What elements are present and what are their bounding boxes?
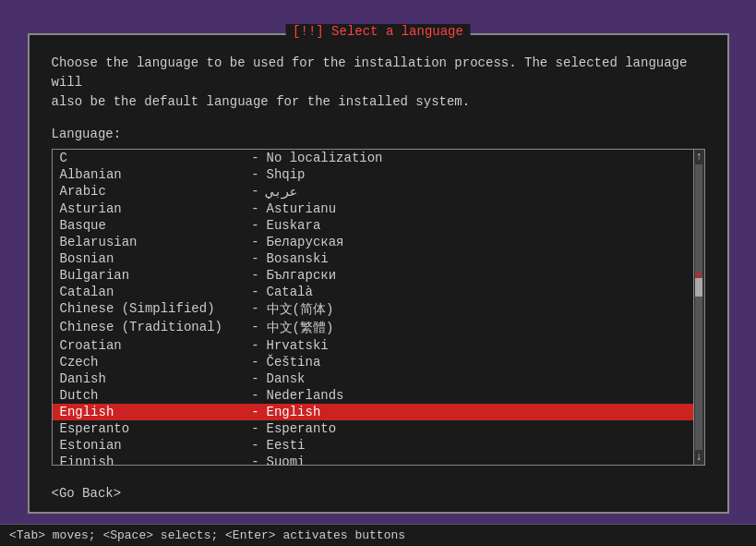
list-item[interactable]: Czech-Čeština — [53, 354, 693, 370]
lang-native: English — [267, 405, 321, 419]
lang-native: 中文(简体) — [267, 301, 334, 318]
lang-name: Asturian — [60, 201, 245, 216]
language-label: Language: — [52, 127, 705, 141]
dialog-box: [!!] Select a language Choose the langua… — [28, 33, 729, 514]
list-item[interactable]: Esperanto-Esperanto — [53, 420, 693, 437]
lang-name: Bulgarian — [60, 268, 245, 283]
description: Choose the language to be used for the i… — [52, 54, 705, 112]
lang-native: Suomi — [267, 455, 306, 465]
lang-name: English — [60, 405, 245, 419]
lang-name: Albanian — [60, 167, 245, 182]
lang-name: Bosnian — [60, 251, 245, 266]
lang-native: Asturianu — [267, 201, 337, 216]
lang-name: Finnish — [60, 455, 245, 465]
lang-native: Hrvatski — [267, 338, 329, 353]
list-item[interactable]: English-English — [53, 404, 693, 420]
lang-native: Беларуская — [267, 235, 344, 249]
lang-name: Dutch — [60, 388, 245, 403]
list-container[interactable]: C-No localizationAlbanian-ShqipArabic-عر… — [52, 149, 705, 466]
lang-native: Eesti — [267, 438, 306, 453]
lang-sep: - — [245, 268, 267, 283]
scroll-down-arrow[interactable]: ↓ — [695, 452, 702, 463]
lang-name: Catalan — [60, 285, 245, 299]
lang-sep: - — [245, 421, 267, 436]
list-item[interactable]: Basque-Euskara — [53, 217, 693, 234]
lang-name: Belarusian — [60, 235, 245, 249]
scroll-up-arrow[interactable]: ↑ — [695, 152, 702, 163]
lang-name: Basque — [60, 218, 245, 233]
lang-native: Български — [267, 268, 337, 283]
list-item[interactable]: Chinese (Simplified)-中文(简体) — [53, 300, 693, 319]
title-bar: [!!] Select a language — [285, 24, 471, 39]
list-item[interactable]: Bosnian-Bosanski — [53, 250, 693, 267]
lang-sep: - — [245, 167, 267, 182]
lang-sep: - — [245, 320, 267, 336]
list-item[interactable]: Danish-Dansk — [53, 370, 693, 387]
lang-sep: - — [245, 218, 267, 233]
lang-native: Dansk — [267, 371, 306, 386]
lang-native: Bosanski — [267, 251, 329, 266]
buttons-row: <Go Back> — [30, 475, 727, 512]
list-item[interactable]: Catalan-Català — [53, 284, 693, 300]
list-item[interactable]: Belarusian-Беларуская — [53, 234, 693, 250]
lang-sep: - — [245, 371, 267, 386]
list-item[interactable]: Bulgarian-Български — [53, 267, 693, 284]
scrollbar-track — [695, 164, 702, 450]
lang-sep: - — [245, 388, 267, 403]
lang-name: Czech — [60, 355, 245, 370]
lang-sep: - — [245, 251, 267, 266]
lang-name: Esperanto — [60, 421, 245, 436]
description-line2: also be the default language for the ins… — [52, 92, 705, 112]
lang-native: Nederlands — [267, 388, 344, 403]
lang-sep: - — [245, 151, 267, 165]
lang-sep: - — [245, 184, 267, 200]
lang-sep: - — [245, 338, 267, 353]
list-item[interactable]: Finnish-Suomi — [53, 454, 693, 465]
list-item[interactable]: Chinese (Traditional)-中文(繁體) — [53, 319, 693, 337]
lang-name: Croatian — [60, 338, 245, 353]
lang-sep: - — [245, 301, 267, 318]
lang-native: Čeština — [267, 355, 321, 370]
lang-sep: - — [245, 355, 267, 370]
list-item[interactable]: Asturian-Asturianu — [53, 200, 693, 217]
lang-name: C — [60, 151, 245, 165]
lang-native: 中文(繁體) — [267, 320, 334, 336]
go-back-button[interactable]: <Go Back> — [52, 486, 122, 501]
list-item[interactable]: Arabic-عربي — [53, 183, 693, 200]
lang-native: Shqip — [267, 167, 306, 182]
lang-native: Euskara — [267, 218, 321, 233]
scrollbar[interactable]: ↑ ↓ — [693, 150, 704, 465]
list-item[interactable]: Albanian-Shqip — [53, 166, 693, 183]
scrollbar-indicator — [697, 273, 701, 278]
list-item[interactable]: Estonian-Eesti — [53, 437, 693, 454]
lang-sep: - — [245, 455, 267, 465]
list-item[interactable]: C-No localization — [53, 150, 693, 166]
language-list[interactable]: C-No localizationAlbanian-ShqipArabic-عر… — [53, 150, 693, 465]
lang-native: Esperanto — [267, 421, 337, 436]
lang-name: Estonian — [60, 438, 245, 453]
lang-native: No localization — [267, 151, 383, 165]
scrollbar-thumb — [695, 278, 702, 297]
lang-name: Chinese (Simplified) — [60, 301, 245, 318]
lang-sep: - — [245, 438, 267, 453]
list-item[interactable]: Croatian-Hrvatski — [53, 337, 693, 354]
lang-name: Chinese (Traditional) — [60, 320, 245, 336]
status-bar: <Tab> moves; <Space> selects; <Enter> ac… — [0, 524, 756, 546]
dialog-content: Choose the language to be used for the i… — [30, 35, 727, 475]
lang-native: Català — [267, 285, 313, 299]
lang-sep: - — [245, 201, 267, 216]
list-item[interactable]: Dutch-Nederlands — [53, 387, 693, 404]
outer-wrapper: [!!] Select a language Choose the langua… — [0, 0, 756, 546]
description-line1: Choose the language to be used for the i… — [52, 54, 705, 92]
lang-sep: - — [245, 405, 267, 419]
lang-sep: - — [245, 285, 267, 299]
lang-sep: - — [245, 235, 267, 249]
lang-name: Arabic — [60, 184, 245, 200]
lang-native: عربي — [267, 184, 298, 200]
lang-name: Danish — [60, 371, 245, 386]
